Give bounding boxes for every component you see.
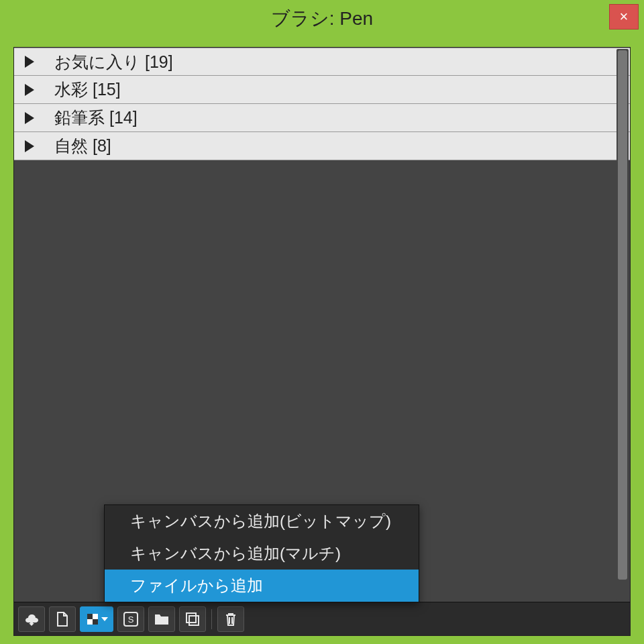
svg-rect-1	[87, 614, 93, 619]
triangle-right-icon	[25, 112, 34, 124]
document-icon	[55, 611, 70, 627]
trash-icon	[224, 612, 237, 627]
duplicate-button[interactable]	[179, 606, 206, 632]
popup-item-label: キャンバスから追加(マルチ)	[130, 543, 341, 564]
chevron-down-icon	[101, 617, 108, 621]
category-label: 水彩 [15]	[54, 78, 121, 101]
folder-button[interactable]	[148, 606, 175, 632]
popup-item-label: ファイルから追加	[130, 575, 263, 596]
popup-item-add-from-canvas-bitmap[interactable]: キャンバスから追加(ビットマップ)	[105, 505, 419, 537]
category-list: お気に入り [19] 水彩 [15] 鉛筆系 [14] 自然 [8]	[14, 48, 630, 160]
category-row[interactable]: 鉛筆系 [14]	[14, 104, 630, 132]
triangle-right-icon	[25, 84, 34, 96]
popup-item-label: キャンバスから追加(ビットマップ)	[130, 511, 391, 532]
triangle-right-icon	[25, 140, 34, 152]
add-brush-popup: キャンバスから追加(ビットマップ) キャンバスから追加(マルチ) ファイルから追…	[104, 504, 419, 602]
category-row[interactable]: 水彩 [15]	[14, 76, 630, 104]
toolbar: S	[14, 602, 630, 635]
cloud-download-icon	[23, 612, 40, 627]
close-icon: ×	[620, 8, 629, 25]
add-brush-button[interactable]	[80, 606, 113, 632]
close-button[interactable]: ×	[609, 4, 639, 30]
scrollbar-thumb[interactable]	[618, 50, 627, 580]
delete-button[interactable]	[217, 606, 244, 632]
svg-rect-2	[93, 619, 98, 625]
window-title: ブラシ: Pen	[271, 6, 373, 32]
category-label: お気に入り [19]	[54, 51, 173, 73]
category-label: 鉛筆系 [14]	[54, 107, 138, 129]
popup-item-add-from-canvas-multi[interactable]: キャンバスから追加(マルチ)	[105, 537, 419, 570]
duplicate-icon	[185, 612, 200, 627]
svg-text:S: S	[128, 614, 134, 625]
s-option-button[interactable]: S	[117, 606, 144, 632]
category-row[interactable]: お気に入り [19]	[14, 48, 630, 76]
folder-icon	[154, 612, 170, 626]
brush-add-icon	[86, 612, 99, 626]
category-label: 自然 [8]	[54, 135, 111, 157]
cloud-download-button[interactable]	[18, 606, 45, 632]
triangle-right-icon	[25, 56, 34, 68]
toolbar-separator	[211, 609, 212, 629]
svg-rect-6	[186, 613, 196, 623]
category-row[interactable]: 自然 [8]	[14, 132, 630, 160]
scrollbar[interactable]	[616, 49, 629, 600]
titlebar: ブラシ: Pen ×	[0, 0, 644, 38]
popup-item-add-from-file[interactable]: ファイルから追加	[105, 570, 419, 602]
svg-rect-5	[189, 616, 199, 625]
new-document-button[interactable]	[49, 606, 76, 632]
s-icon: S	[123, 612, 138, 627]
